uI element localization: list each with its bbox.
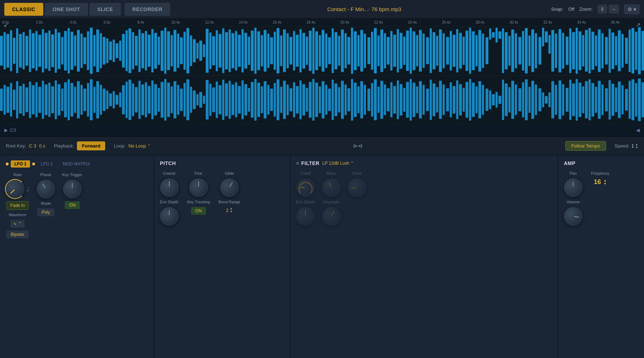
pan-knob[interactable] [564,178,582,197]
timeline-markers: 0.0s 2.0s 4.0s 6.0s 8.4s 10.4s 12.4s 14.… [1,19,644,26]
svg-rect-347 [475,86,478,113]
svg-rect-354 [498,96,501,104]
tab-classic[interactable]: CLASSIC [4,3,43,16]
svg-rect-76 [241,29,244,72]
svg-rect-87 [277,28,279,73]
waveform-channel-top[interactable] [0,26,644,76]
svg-rect-367 [542,92,544,107]
svg-rect-314 [367,88,370,111]
speed-value-group[interactable]: 1 ▲▼ [631,143,638,149]
tick-10: 20.4s [340,20,374,24]
svg-rect-118 [377,35,380,66]
phase-knob[interactable] [36,180,55,198]
svg-rect-42 [132,32,134,69]
lfo1-tab-group: LFO 1 LFO 2 [6,160,56,168]
filter-power-dot[interactable] [296,162,299,165]
svg-rect-123 [393,35,396,67]
svg-rect-119 [380,29,383,72]
zoom-height-icon[interactable]: ⇕ [597,5,607,14]
mod-matrix-tab[interactable]: MOD MATRIX [59,160,93,168]
glide-knob[interactable] [220,178,239,197]
arrow-left-icon[interactable]: ↙ [4,21,8,28]
sync-note-icon[interactable]: ♩ [26,186,29,193]
svg-rect-156 [502,28,504,73]
arrow-right-icon[interactable]: ↗ [636,21,640,28]
svg-rect-169 [545,32,548,43]
mirror-icon[interactable]: ⊳⊲ [353,142,362,149]
filter-title: FILTER [301,160,319,166]
svg-rect-265 [209,83,211,116]
filter-type-label[interactable]: LP 12dB Lush ⌃ [322,161,354,166]
svg-rect-283 [267,85,269,115]
svg-rect-41 [128,28,131,73]
rate-knob-row: ♩ [6,180,29,198]
settings-button[interactable]: ⚙ ▾ [624,4,640,14]
forward-button[interactable]: Forward [77,141,105,150]
glide-label: Glide [225,171,234,175]
volume-knob[interactable] [564,207,582,226]
svg-rect-117 [374,28,377,73]
env-depth-filter-knob[interactable] [296,207,315,226]
svg-rect-127 [406,30,409,71]
svg-rect-319 [384,84,386,115]
root-key-cents[interactable]: 0 c [39,143,45,149]
key-trigger-button[interactable]: ON [65,201,80,209]
fine-knob[interactable] [189,178,208,197]
svg-rect-286 [277,79,279,120]
zoom-fit-icon[interactable]: ↔ [609,5,619,14]
loop-value[interactable]: No Loop ⌃ [128,143,151,149]
keyscale-knob[interactable] [322,207,341,226]
polyphony-value-display[interactable]: 16 ▲▼ [594,178,607,186]
svg-rect-140 [450,31,452,71]
root-key-note[interactable]: C 3 [29,143,36,149]
waveform-selector-button[interactable]: ∿ ⌃ [10,220,25,228]
lfo2-power-dot[interactable] [32,163,35,165]
tab-oneshot[interactable]: ONE SHOT [45,3,88,16]
main-container: CLASSIC ONE SHOT SLICE RECORDER Contact … [0,0,644,358]
nav-left-icon[interactable]: ▶ [4,127,8,133]
drive-column: Drive [348,171,366,197]
drive-knob[interactable] [348,178,366,197]
follow-tempo-button[interactable]: Follow Tempo [565,141,606,151]
nav-right-icon[interactable]: ◀ [636,127,640,133]
key-trigger-knob[interactable] [63,180,82,198]
waveform-channel-bottom[interactable] [0,76,644,124]
svg-rect-116 [371,32,373,70]
svg-rect-357 [508,87,511,112]
svg-rect-387 [609,80,611,119]
waveform-shape-icon: ∿ [13,221,17,226]
svg-rect-262 [199,92,202,107]
bend-range-value-group[interactable]: 2 ▲▼ [226,207,233,213]
mode-label: Mode [41,201,51,205]
svg-rect-324 [400,84,402,115]
lfo1-tab[interactable]: LFO 1 [11,160,30,168]
tab-recorder[interactable]: RECORDER [125,3,170,16]
lfo1-power-dot[interactable] [6,163,9,165]
svg-rect-104 [332,28,334,73]
bipolar-button[interactable]: Bipolar [6,231,28,238]
cutoff-knob[interactable] [296,178,315,197]
svg-rect-396 [638,78,641,121]
svg-rect-44 [138,29,141,72]
mode-button[interactable]: Poly [37,208,54,216]
env-depth-knob[interactable] [160,207,179,226]
tab-slice[interactable]: SLICE [89,3,121,16]
svg-rect-293 [299,80,302,119]
snap-value[interactable]: Off [568,6,574,12]
fade-in-button[interactable]: Fade In [6,201,29,210]
svg-rect-63 [199,41,202,61]
svg-rect-175 [566,37,569,65]
phase-label: Phase [40,173,51,177]
rate-knob[interactable] [6,180,24,198]
reso-knob[interactable] [322,178,341,197]
lfo2-tab[interactable]: LFO 2 [37,160,56,168]
svg-rect-233 [106,90,108,109]
svg-rect-225 [80,85,83,115]
coarse-knob[interactable] [160,178,179,197]
key-tracking-button[interactable]: ON [191,207,206,215]
svg-rect-99 [315,32,318,70]
svg-rect-106 [338,36,340,66]
svg-rect-330 [419,81,422,118]
pitch-panel: PITCH Coarse Env Depth [154,155,290,358]
svg-line-399 [43,184,45,188]
